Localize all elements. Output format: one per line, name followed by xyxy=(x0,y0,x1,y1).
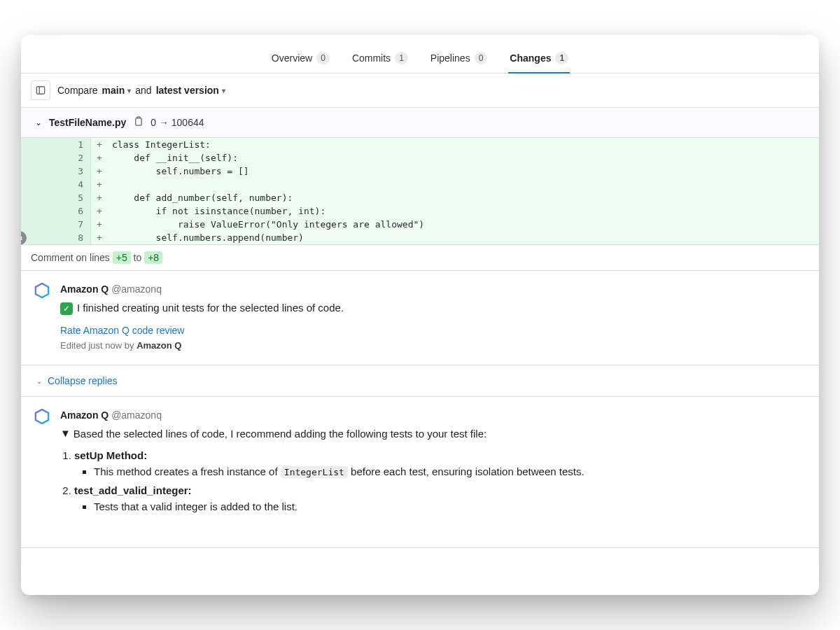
line-number: 2 xyxy=(21,151,91,164)
diff-sign: + xyxy=(91,218,108,231)
tab-label: Changes xyxy=(510,52,551,64)
tab-label: Pipelines xyxy=(430,52,470,64)
compare-target-dropdown[interactable]: latest version ▾ xyxy=(156,85,225,96)
diff-block: 1 + class IntegerList: 2 + def __init__(… xyxy=(21,138,819,244)
copy-path-button[interactable] xyxy=(133,116,144,129)
svg-rect-2 xyxy=(136,118,141,125)
comment-meta: Edited just now by Amazon Q xyxy=(60,340,804,351)
tab-count-badge: 0 xyxy=(475,52,488,64)
compare-target-value: latest version xyxy=(156,85,219,96)
tests-list: setUp Method: This method creates a fres… xyxy=(74,449,804,512)
test-title: test_add_valid_integer: xyxy=(74,484,192,496)
comment-message-text: I finished creating unit tests for the s… xyxy=(77,302,344,314)
diff-sign: + xyxy=(91,204,108,218)
inline-code: IntegerList xyxy=(281,466,348,478)
code-content: if not isinstance(number, int): xyxy=(108,204,819,218)
avatar[interactable] xyxy=(34,408,50,425)
diff-sign: + xyxy=(91,191,108,204)
reply-block: Amazon Q @amazonq ▼Based the selected li… xyxy=(21,397,819,548)
test-bullets: Tests that a valid integer is added to t… xyxy=(94,500,804,512)
tab-pipelines[interactable]: Pipelines 0 xyxy=(429,46,489,73)
author-handle: @amazonq xyxy=(111,410,162,421)
author-line: Amazon Q @amazonq xyxy=(60,410,804,421)
test-bullets: This method creates a fresh instance of … xyxy=(94,465,804,477)
test-item: test_add_valid_integer: Tests that a val… xyxy=(74,484,804,512)
mr-tabs: Overview 0 Commits 1 Pipelines 0 Changes… xyxy=(21,35,819,74)
svg-marker-3 xyxy=(36,284,48,298)
disclosure-triangle-icon[interactable]: ▼ xyxy=(60,427,71,439)
comment-message: ✓I finished creating unit tests for the … xyxy=(60,302,804,315)
comment-range-prefix: Comment on lines xyxy=(31,252,110,263)
code-content: self.numbers.append(number) xyxy=(108,231,819,244)
diff-line[interactable]: 6 + if not isinstance(number, int): xyxy=(21,204,819,218)
line-number: 1 xyxy=(21,138,91,151)
collapse-file-toggle[interactable]: ⌄ xyxy=(35,118,42,127)
meta-prefix: Edited just now by xyxy=(60,340,136,351)
bullet-before: This method creates a fresh instance of xyxy=(94,465,281,477)
clipboard-icon xyxy=(133,116,144,127)
tab-count-badge: 1 xyxy=(555,52,568,64)
collapse-replies-toggle[interactable]: ⌄ Collapse replies xyxy=(21,365,819,397)
author-name: Amazon Q xyxy=(60,410,108,421)
test-bullet: This method creates a fresh instance of … xyxy=(94,465,804,477)
chevron-down-icon: ⌄ xyxy=(35,118,42,127)
tab-count-badge: 0 xyxy=(316,52,330,64)
code-content: def add_number(self, number): xyxy=(108,191,819,204)
compare-base-dropdown[interactable]: main ▾ xyxy=(102,85,132,96)
compare-label: Compare xyxy=(57,85,98,96)
comment-range-to: +8 xyxy=(144,251,162,264)
file-mode-change: 0 → 100644 xyxy=(150,117,204,128)
diff-line[interactable]: ✽ 8 + self.numbers.append(number) xyxy=(21,231,819,244)
rate-review-link[interactable]: Rate Amazon Q code review xyxy=(60,325,804,336)
diff-line[interactable]: 5 + def add_number(self, number): xyxy=(21,191,819,204)
compare-text: Compare main ▾ and latest version ▾ xyxy=(57,85,225,96)
comment-range-from: +5 xyxy=(113,251,131,264)
compare-base-value: main xyxy=(102,85,125,96)
svg-marker-4 xyxy=(36,410,48,424)
bullet-before: Tests that a valid integer is added to t… xyxy=(94,500,298,512)
amazon-q-icon xyxy=(34,283,50,298)
compare-bar: Compare main ▾ and latest version ▾ xyxy=(21,74,819,108)
tab-overview[interactable]: Overview 0 xyxy=(270,46,331,73)
code-content: self.numbers = [] xyxy=(108,164,819,178)
diff-line[interactable]: 3 + self.numbers = [] xyxy=(21,164,819,178)
code-content: raise ValueError("Only integers are allo… xyxy=(108,218,819,231)
line-number: 6 xyxy=(21,204,91,218)
chevron-down-icon: ⌄ xyxy=(36,377,42,385)
line-number: 5 xyxy=(21,191,91,204)
collapse-replies-label: Collapse replies xyxy=(48,375,118,386)
diff-sign: + xyxy=(91,178,108,191)
line-number: 8 xyxy=(21,231,91,244)
tab-commits[interactable]: Commits 1 xyxy=(351,46,410,73)
code-content: def __init__(self): xyxy=(108,151,819,164)
avatar[interactable] xyxy=(34,282,50,299)
diff-sign: + xyxy=(91,231,108,244)
chevron-down-icon: ▾ xyxy=(127,87,131,94)
reply-body: ▼Based the selected lines of code, I rec… xyxy=(60,428,804,512)
file-name: TestFileName.py xyxy=(49,117,126,128)
meta-author: Amazon Q xyxy=(136,340,181,351)
test-item: setUp Method: This method creates a fres… xyxy=(74,449,804,477)
line-number: 7 xyxy=(21,218,91,231)
file-header: ⌄ TestFileName.py 0 → 100644 xyxy=(21,108,819,138)
merge-request-panel: Overview 0 Commits 1 Pipelines 0 Changes… xyxy=(21,35,819,595)
sidebar-icon xyxy=(36,85,46,95)
compare-joiner: and xyxy=(135,85,151,96)
diff-sign: + xyxy=(91,164,108,178)
bullet-after: before each test, ensuring isolation bet… xyxy=(348,465,584,477)
amazon-q-icon xyxy=(34,409,50,424)
diff-sign: + xyxy=(91,138,108,151)
tab-changes[interactable]: Changes 1 xyxy=(508,46,570,73)
diff-line[interactable]: 2 + def __init__(self): xyxy=(21,151,819,164)
diff-line[interactable]: 7 + raise ValueError("Only integers are … xyxy=(21,218,819,231)
comment-range-label: Comment on lines +5 to +8 xyxy=(21,244,819,271)
tab-label: Commits xyxy=(352,52,391,64)
diff-line[interactable]: 1 + class IntegerList: xyxy=(21,138,819,151)
toggle-file-tree-button[interactable] xyxy=(31,80,50,100)
comment-range-to-word: to xyxy=(134,252,142,263)
diff-sign: + xyxy=(91,151,108,164)
tab-label: Overview xyxy=(272,52,312,64)
test-title: setUp Method: xyxy=(74,449,147,461)
diff-line[interactable]: 4 + xyxy=(21,178,819,191)
line-number: 4 xyxy=(21,178,91,191)
